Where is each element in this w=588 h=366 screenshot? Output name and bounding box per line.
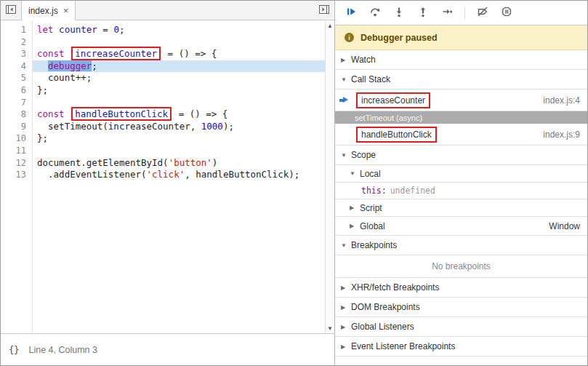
variable-value: undefined	[390, 186, 435, 196]
step-over-button[interactable]	[366, 4, 384, 23]
section-label: DOM Breakpoints	[351, 302, 420, 312]
code-token: .addEventListener(	[37, 169, 147, 180]
debugger-toolbar	[335, 1, 587, 25]
tab-label: index.js	[28, 6, 58, 16]
code-token: 'button'	[169, 157, 212, 168]
deactivate-breakpoints-button[interactable]	[473, 4, 492, 23]
line-number-gutter: 12345678910111213	[1, 20, 33, 333]
scrollbar-track[interactable]	[326, 31, 334, 323]
call-stack-frame[interactable]: handleButtonClickindex.js:9	[335, 124, 587, 146]
line-number[interactable]: 11	[1, 145, 26, 157]
frame-function-name: handleButtonClick	[356, 127, 437, 143]
step-into-button[interactable]	[390, 4, 408, 23]
code-line: document.getElementById('button')	[33, 157, 325, 170]
code-editor[interactable]: 12345678910111213 let counter = 0;const …	[1, 20, 334, 333]
section-scope[interactable]: Scope	[335, 146, 587, 165]
code-token	[37, 60, 48, 71]
disclosure-triangle-icon	[341, 76, 351, 83]
line-number[interactable]: 3	[1, 48, 26, 60]
line-number[interactable]: 6	[1, 84, 26, 97]
line-number[interactable]: 4	[1, 60, 26, 73]
deactivate-breakpoints-icon	[477, 6, 488, 20]
pause-on-exceptions-button[interactable]	[497, 4, 516, 23]
resume-button[interactable]	[342, 4, 361, 23]
tab-index-js[interactable]: index.js ×	[21, 1, 76, 20]
code-token: ;	[119, 24, 125, 35]
line-number[interactable]: 13	[1, 169, 26, 181]
step-out-icon	[417, 6, 429, 20]
current-frame-arrow-icon	[339, 97, 348, 103]
scope-global-value: Window	[549, 221, 581, 231]
section-global-listeners[interactable]: Global Listeners	[335, 317, 587, 337]
code-line	[33, 145, 325, 157]
disclosure-triangle-icon	[341, 324, 351, 330]
section-label: XHR/fetch Breakpoints	[351, 282, 439, 293]
code-token: document.getElementById(	[37, 157, 169, 168]
show-sidebar-icon	[318, 4, 330, 17]
section-xhr-breakpoints[interactable]: XHR/fetch Breakpoints	[335, 278, 587, 298]
scope-this-row[interactable]: this:undefined	[335, 183, 587, 199]
section-label: Global Listeners	[351, 322, 414, 332]
hide-navigator-button[interactable]	[1, 1, 21, 20]
code-token: 0	[113, 24, 119, 35]
section-call-stack[interactable]: Call Stack	[335, 70, 587, 89]
code-line: setTimeout(increaseCounter, 1000);	[33, 121, 325, 133]
line-number[interactable]: 7	[1, 97, 26, 109]
scope-local-label: Local	[360, 169, 381, 179]
code-lines[interactable]: let counter = 0;const increaseCounter = …	[33, 20, 325, 333]
line-number[interactable]: 2	[1, 36, 26, 49]
code-token: , handleButtonClick);	[185, 169, 299, 180]
scope-local-row[interactable]: Local	[335, 165, 587, 183]
show-sidebar-button[interactable]	[314, 1, 334, 20]
line-number[interactable]: 8	[1, 108, 26, 121]
scroll-down-icon[interactable]: ▼	[326, 323, 334, 333]
scroll-up-icon[interactable]: ▲	[326, 20, 334, 31]
section-label: Scope	[351, 150, 376, 160]
code-token: count++;	[37, 72, 92, 83]
caret-position: Line 4, Column 3	[28, 345, 97, 355]
code-token: ;	[92, 60, 97, 71]
sources-panel: index.js × 12345678910111213 let counter…	[1, 1, 335, 365]
code-token: );	[223, 121, 234, 132]
step-out-button[interactable]	[414, 4, 432, 23]
call-stack-frame[interactable]: increaseCounterindex.js:4	[335, 89, 587, 111]
code-line: };	[33, 132, 325, 145]
code-token: const	[37, 48, 65, 59]
section-dom-breakpoints[interactable]: DOM Breakpoints	[335, 298, 587, 317]
line-number[interactable]: 12	[1, 157, 26, 170]
code-token: )	[212, 157, 218, 168]
code-line: debugger;	[33, 60, 325, 73]
scope-global-row[interactable]: Global Window	[335, 217, 587, 236]
section-label: Breakpoints	[351, 240, 397, 250]
line-number[interactable]: 10	[1, 132, 26, 145]
debugger-paused-banner: Debugger paused	[335, 25, 587, 50]
code-token: const	[37, 108, 65, 119]
step-icon	[441, 6, 453, 20]
close-tab-icon[interactable]: ×	[63, 7, 69, 15]
code-token: let	[37, 24, 54, 35]
hide-navigator-icon	[5, 4, 17, 17]
editor-scrollbar[interactable]: ▲ ▼	[325, 20, 334, 333]
step-button[interactable]	[438, 4, 456, 23]
tabbar-spacer	[76, 1, 314, 20]
section-label: Call Stack	[351, 74, 390, 84]
frame-function-name: increaseCounter	[356, 92, 430, 108]
section-breakpoints[interactable]: Breakpoints	[335, 236, 587, 255]
code-token: = () => {	[162, 48, 217, 59]
pretty-print-button[interactable]: {}	[7, 343, 21, 357]
scope-script-row[interactable]: Script	[335, 199, 587, 217]
scope-global-label: Global	[360, 221, 385, 231]
code-token	[65, 108, 71, 119]
line-number[interactable]: 9	[1, 121, 26, 133]
disclosure-triangle-icon	[341, 343, 351, 350]
pause-on-exceptions-icon	[501, 6, 512, 20]
section-watch[interactable]: Watch	[335, 50, 587, 70]
disclosure-triangle-icon	[350, 204, 360, 211]
line-number[interactable]: 5	[1, 72, 26, 84]
section-event-listener-breakpoints[interactable]: Event Listener Breakpoints	[335, 337, 587, 357]
line-number[interactable]: 1	[1, 24, 26, 36]
code-token: debugger	[48, 60, 92, 71]
async-separator: setTimeout (async)	[335, 111, 587, 124]
resume-icon	[345, 6, 357, 20]
step-into-icon	[393, 6, 405, 20]
